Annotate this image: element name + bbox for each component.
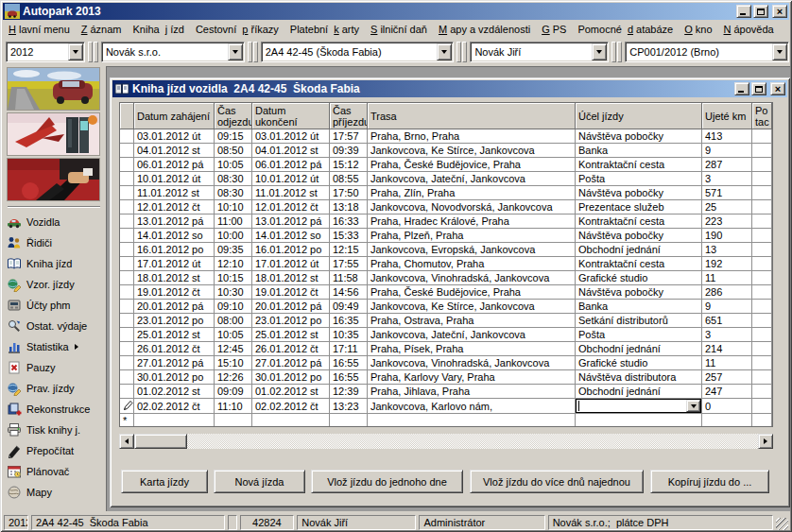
route-cell[interactable]: Jankovcova, Evropská, Jankovcova <box>368 243 576 257</box>
distance-cell[interactable]: 413 <box>702 129 752 144</box>
start-date-cell[interactable]: 27.01.2012 pá <box>134 356 215 370</box>
arrival-time-cell[interactable]: 17:57 <box>330 129 368 144</box>
purpose-cell[interactable]: Kontraktační cesta <box>576 257 702 271</box>
distance-cell[interactable]: 651 <box>702 314 752 328</box>
sidebar-item-other-expenses[interactable]: Ostat. výdaje <box>2 316 106 335</box>
distance-cell[interactable]: 192 <box>702 257 752 271</box>
child-close-button[interactable]: × <box>770 82 785 95</box>
purpose-cell[interactable]: Návštěva pobočky <box>576 229 702 243</box>
tachometer-cell[interactable] <box>752 243 772 257</box>
arrival-time-cell[interactable]: 16:55 <box>330 356 368 370</box>
start-date-cell[interactable]: 16.01.2012 po <box>134 243 215 257</box>
close-button[interactable]: × <box>772 5 787 18</box>
trip-order-combobox[interactable]: CP001/2012 (Brno) <box>625 42 789 62</box>
start-date-cell[interactable]: 26.01.2012 čt <box>134 342 215 356</box>
tachometer-cell[interactable] <box>752 271 772 285</box>
purpose-combobox[interactable] <box>576 399 701 413</box>
purpose-cell[interactable]: Banka <box>576 144 702 158</box>
route-cell[interactable]: Praha, Zlín, Praha <box>368 186 576 200</box>
arrival-time-cell[interactable]: 17:50 <box>330 186 368 200</box>
arrival-time-cell[interactable]: 17:11 <box>330 342 368 356</box>
row-selector[interactable] <box>120 314 134 328</box>
end-date-cell[interactable]: 16.01.2012 po <box>252 243 330 257</box>
departure-time-cell[interactable]: 10:10 <box>215 200 252 215</box>
menu-item-help[interactable]: Nápověda <box>718 23 780 36</box>
vehicle-dropdown-button[interactable] <box>437 43 452 60</box>
row-selector[interactable] <box>120 144 134 158</box>
tachometer-cell[interactable] <box>752 399 772 414</box>
purpose-cell[interactable]: Grafické studio <box>576 356 702 370</box>
departure-time-cell[interactable]: 12:26 <box>215 370 252 385</box>
sidebar-item-pauses[interactable]: Pauzy <box>2 357 106 377</box>
arrival-time-cell[interactable]: 14:56 <box>330 285 368 300</box>
sidebar-item-statistics[interactable]: Statistika <box>2 336 106 356</box>
driver-dropdown-button[interactable] <box>592 43 607 60</box>
route-cell[interactable]: Jankovcova, Novodvorská, Jankovcova <box>368 200 576 215</box>
new-record-selector[interactable]: * <box>120 414 134 427</box>
distance-cell[interactable]: 11 <box>702 271 752 285</box>
end-date-cell[interactable]: 18.01.2012 st <box>252 271 330 285</box>
route-cell[interactable]: Praha, Plzeň, Praha <box>368 229 576 243</box>
purpose-cell[interactable]: Prezentace služeb <box>576 200 702 215</box>
arrival-time-cell[interactable]: 15:12 <box>330 158 368 172</box>
route-cell[interactable]: Praha, Chomutov, Praha <box>368 257 576 271</box>
row-selector[interactable] <box>120 385 134 399</box>
purpose-cell[interactable]: Banka <box>576 300 702 314</box>
sidebar-item-recalculate[interactable]: Přepočítat <box>2 440 106 460</box>
arrival-time-cell[interactable]: 16:33 <box>330 215 368 229</box>
empty-cell[interactable] <box>752 414 772 427</box>
menu-item-gps[interactable]: GPS <box>536 23 572 36</box>
scroll-right-button[interactable] <box>758 434 773 449</box>
distance-cell[interactable]: 286 <box>702 285 752 300</box>
tachometer-cell[interactable] <box>752 200 772 215</box>
purpose-cell[interactable]: Návštěva pobočky <box>576 285 702 300</box>
distance-cell[interactable]: 9 <box>702 300 752 314</box>
purpose-cell[interactable]: Obchodní jednání <box>576 385 702 399</box>
route-cell[interactable]: Praha, Ostrava, Praha <box>368 314 576 328</box>
driver-combobox[interactable]: Novák Jiří <box>470 42 609 62</box>
departure-time-cell[interactable]: 10:15 <box>215 271 252 285</box>
departure-time-cell[interactable]: 10:30 <box>215 285 252 300</box>
route-cell[interactable]: Jankovcova, Ke Stírce, Jankovcova <box>368 300 576 314</box>
arrival-time-cell[interactable]: 15:33 <box>330 229 368 243</box>
route-cell[interactable]: Jankovcova, Ke Stírce, Jankovcova <box>368 144 576 158</box>
start-date-cell[interactable]: 12.01.2012 čt <box>134 200 215 215</box>
row-selector[interactable] <box>120 271 134 285</box>
start-date-cell[interactable]: 30.01.2012 po <box>134 370 215 385</box>
empty-cell[interactable] <box>576 414 702 427</box>
route-cell[interactable]: Praha, Karlovy Vary, Praha <box>368 370 576 385</box>
empty-cell[interactable] <box>702 414 752 427</box>
tachometer-cell[interactable] <box>752 314 772 328</box>
scroll-left-button[interactable] <box>119 434 134 449</box>
tachometer-cell[interactable] <box>752 172 772 186</box>
company-combobox[interactable]: Novák s.r.o. <box>101 42 245 62</box>
end-date-cell[interactable]: 03.01.2012 út <box>252 129 330 144</box>
start-date-cell[interactable]: 02.02.2012 čt <box>134 399 215 414</box>
empty-cell[interactable] <box>330 414 368 427</box>
sidebar-item-reconstruction[interactable]: Rekonstrukce <box>2 399 106 419</box>
arrival-time-cell[interactable]: 13:23 <box>330 399 368 414</box>
purpose-cell[interactable]: Návštěva distributora <box>576 370 702 385</box>
sidebar-item-maps[interactable]: Mapy <box>2 482 106 502</box>
departure-time-cell[interactable]: 08:00 <box>215 314 252 328</box>
purpose-cell[interactable]: Setkání distributorů <box>576 314 702 328</box>
arrival-time-cell[interactable]: 09:49 <box>330 300 368 314</box>
end-date-cell[interactable]: 20.01.2012 pá <box>252 300 330 314</box>
end-date-cell[interactable]: 23.01.2012 po <box>252 314 330 328</box>
tachometer-cell[interactable] <box>752 328 772 342</box>
sidebar-item-fuel-receipts[interactable]: Účty phm <box>2 295 106 315</box>
sidebar-item-regular-trips[interactable]: Prav. jízdy <box>2 378 106 398</box>
start-date-cell[interactable]: 14.01.2012 so <box>134 229 215 243</box>
maximize-button[interactable] <box>753 5 768 18</box>
end-date-cell[interactable]: 10.01.2012 út <box>252 172 330 186</box>
row-selector[interactable] <box>120 300 134 314</box>
start-date-cell[interactable]: 23.01.2012 po <box>134 314 215 328</box>
sidebar-item-trip-book[interactable]: Kniha jízd <box>2 253 106 273</box>
menu-item-travel-orders[interactable]: Cestovní příkazy <box>190 23 284 36</box>
row-selector[interactable] <box>120 243 134 257</box>
distance-cell[interactable]: 214 <box>702 342 752 356</box>
tachometer-cell[interactable] <box>752 342 772 356</box>
menu-item-window[interactable]: Okno <box>679 23 717 36</box>
sidebar-item-drivers[interactable]: Řidiči <box>2 232 106 252</box>
distance-cell[interactable]: 3 <box>702 172 752 186</box>
